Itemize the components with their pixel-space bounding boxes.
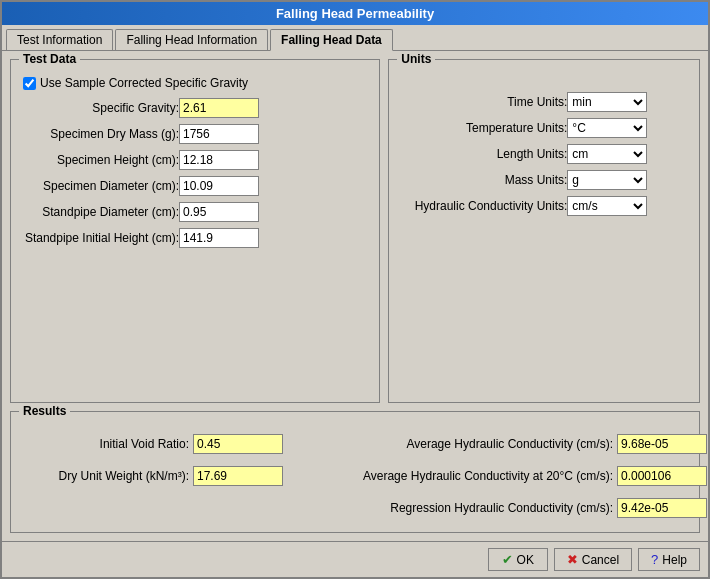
- specimen-dry-mass-input[interactable]: [179, 124, 259, 144]
- avg-hydraulic-conductivity-20c-row: Average Hydraulic Conductivity at 20°C (…: [303, 466, 707, 486]
- results-group: Results Initial Void Ratio: Dry Unit Wei…: [10, 411, 700, 533]
- specimen-diameter-row: Specimen Diameter (cm):: [19, 176, 371, 196]
- top-section: Test Data Use Sample Corrected Specific …: [10, 59, 700, 403]
- help-button[interactable]: ? Help: [638, 548, 700, 571]
- standpipe-initial-height-row: Standpipe Initial Height (cm):: [19, 228, 371, 248]
- standpipe-diameter-label: Standpipe Diameter (cm):: [19, 205, 179, 219]
- regression-hydraulic-conductivity-row: Regression Hydraulic Conductivity (cm/s)…: [303, 498, 707, 518]
- length-units-label: Length Units:: [397, 147, 567, 161]
- cancel-button[interactable]: ✖ Cancel: [554, 548, 632, 571]
- avg-hydraulic-conductivity-label: Average Hydraulic Conductivity (cm/s):: [303, 437, 613, 451]
- results-columns: Initial Void Ratio: Dry Unit Weight (kN/…: [19, 434, 691, 524]
- dry-unit-weight-input[interactable]: [193, 466, 283, 486]
- test-data-fields: Specific Gravity: Specimen Dry Mass (g):…: [19, 98, 371, 248]
- units-label: Units: [397, 52, 435, 66]
- regression-hydraulic-conductivity-input[interactable]: [617, 498, 707, 518]
- standpipe-diameter-row: Standpipe Diameter (cm):: [19, 202, 371, 222]
- specimen-dry-mass-row: Specimen Dry Mass (g):: [19, 124, 371, 144]
- mass-units-label: Mass Units:: [397, 173, 567, 187]
- window-title: Falling Head Permeability: [276, 6, 434, 21]
- units-group: Units Time Units: minshr Temperature Uni…: [388, 59, 700, 403]
- mass-units-row: Mass Units: gkglb: [397, 170, 691, 190]
- cancel-label: Cancel: [582, 553, 619, 567]
- tab-falling-head-information[interactable]: Falling Head Information: [115, 29, 268, 50]
- temperature-units-select[interactable]: °C°F: [567, 118, 647, 138]
- specimen-diameter-label: Specimen Diameter (cm):: [19, 179, 179, 193]
- tab-bar: Test Information Falling Head Informatio…: [2, 25, 708, 51]
- length-units-select[interactable]: cmmmmin: [567, 144, 647, 164]
- avg-hydraulic-conductivity-20c-label: Average Hydraulic Conductivity at 20°C (…: [303, 469, 613, 483]
- test-data-group: Test Data Use Sample Corrected Specific …: [10, 59, 380, 403]
- ok-icon: ✔: [502, 552, 513, 567]
- test-data-label: Test Data: [19, 52, 80, 66]
- use-sample-corrected-checkbox[interactable]: [23, 77, 36, 90]
- specimen-height-row: Specimen Height (cm):: [19, 150, 371, 170]
- footer: ✔ OK ✖ Cancel ? Help: [2, 541, 708, 577]
- specific-gravity-label: Specific Gravity:: [19, 101, 179, 115]
- standpipe-initial-height-input[interactable]: [179, 228, 259, 248]
- initial-void-ratio-label: Initial Void Ratio:: [19, 437, 189, 451]
- use-sample-corrected-label: Use Sample Corrected Specific Gravity: [40, 76, 248, 90]
- mass-units-select[interactable]: gkglb: [567, 170, 647, 190]
- specimen-height-label: Specimen Height (cm):: [19, 153, 179, 167]
- main-content: Test Data Use Sample Corrected Specific …: [2, 51, 708, 541]
- avg-hydraulic-conductivity-20c-input[interactable]: [617, 466, 707, 486]
- specimen-height-input[interactable]: [179, 150, 259, 170]
- avg-hydraulic-conductivity-row: Average Hydraulic Conductivity (cm/s):: [303, 434, 707, 454]
- dry-unit-weight-label: Dry Unit Weight (kN/m³):: [19, 469, 189, 483]
- results-label: Results: [19, 404, 70, 418]
- specific-gravity-input[interactable]: [179, 98, 259, 118]
- standpipe-initial-height-label: Standpipe Initial Height (cm):: [19, 231, 179, 245]
- time-units-select[interactable]: minshr: [567, 92, 647, 112]
- tab-test-information[interactable]: Test Information: [6, 29, 113, 50]
- specific-gravity-row: Specific Gravity:: [19, 98, 371, 118]
- avg-hydraulic-conductivity-input[interactable]: [617, 434, 707, 454]
- results-right-col: Average Hydraulic Conductivity (cm/s): A…: [303, 434, 707, 524]
- hydraulic-conductivity-units-label: Hydraulic Conductivity Units:: [397, 199, 567, 213]
- results-left-col: Initial Void Ratio: Dry Unit Weight (kN/…: [19, 434, 283, 524]
- ok-label: OK: [517, 553, 534, 567]
- specimen-dry-mass-label: Specimen Dry Mass (g):: [19, 127, 179, 141]
- initial-void-ratio-input[interactable]: [193, 434, 283, 454]
- main-window: Falling Head Permeability Test Informati…: [0, 0, 710, 579]
- hydraulic-conductivity-units-select[interactable]: cm/sm/sft/s: [567, 196, 647, 216]
- cancel-icon: ✖: [567, 552, 578, 567]
- standpipe-diameter-input[interactable]: [179, 202, 259, 222]
- initial-void-ratio-row: Initial Void Ratio:: [19, 434, 283, 454]
- ok-button[interactable]: ✔ OK: [488, 548, 548, 571]
- time-units-row: Time Units: minshr: [397, 92, 691, 112]
- use-sample-corrected-row: Use Sample Corrected Specific Gravity: [23, 76, 371, 90]
- hydraulic-conductivity-units-row: Hydraulic Conductivity Units: cm/sm/sft/…: [397, 196, 691, 216]
- temperature-units-label: Temperature Units:: [397, 121, 567, 135]
- time-units-label: Time Units:: [397, 95, 567, 109]
- tab-falling-head-data[interactable]: Falling Head Data: [270, 29, 393, 51]
- specimen-diameter-input[interactable]: [179, 176, 259, 196]
- temperature-units-row: Temperature Units: °C°F: [397, 118, 691, 138]
- help-icon: ?: [651, 552, 658, 567]
- units-fields: Time Units: minshr Temperature Units: °C…: [397, 92, 691, 216]
- dry-unit-weight-row: Dry Unit Weight (kN/m³):: [19, 466, 283, 486]
- help-label: Help: [662, 553, 687, 567]
- regression-hydraulic-conductivity-label: Regression Hydraulic Conductivity (cm/s)…: [303, 501, 613, 515]
- title-bar: Falling Head Permeability: [2, 2, 708, 25]
- length-units-row: Length Units: cmmmmin: [397, 144, 691, 164]
